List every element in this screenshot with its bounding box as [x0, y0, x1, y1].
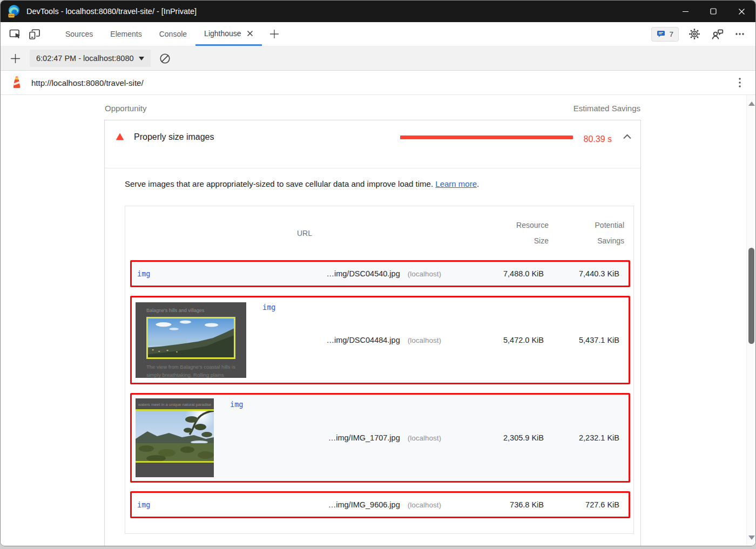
lighthouse-icon — [10, 76, 23, 89]
node-link[interactable]: img — [137, 500, 150, 509]
tab-lighthouse[interactable]: Lighthouse — [195, 22, 262, 46]
table-row: img …img/DSC04540.jpg (localhost) 7,488.… — [130, 260, 630, 287]
tab-console[interactable]: Console — [151, 22, 195, 46]
person-feedback-icon[interactable] — [710, 27, 724, 41]
edge-devtools-logo-icon — [7, 4, 21, 18]
scroll-down-arrow-icon[interactable] — [748, 536, 755, 540]
table-row: img …img/IMG_9606.jpg (localhost) 736.8 … — [130, 491, 630, 518]
close-button[interactable] — [727, 1, 755, 22]
column-header-potential-savings: Potential Savings — [580, 218, 624, 248]
resource-host: (localhost) — [408, 501, 441, 509]
tab-console-label: Console — [159, 30, 187, 38]
device-toolbar-icon[interactable] — [28, 27, 42, 41]
window-controls — [671, 1, 755, 22]
vertical-scrollbar[interactable] — [746, 95, 755, 546]
thumbnail-title: Balagne's hills and villages — [146, 308, 235, 313]
table-header-row: URL Resource Size Potential Savings — [125, 206, 633, 260]
inspect-element-icon[interactable] — [8, 27, 22, 41]
clear-reports-block-icon[interactable] — [158, 51, 172, 65]
url-cell-right: img …img/DSC04484.jpg (localhost) — [246, 297, 479, 383]
report-page-url: http://localhost:8080/travel-site/ — [31, 78, 732, 87]
column-header-url: URL — [125, 229, 484, 238]
add-panel-button[interactable] — [262, 22, 287, 46]
resource-size-value: 5,472.0 KiB — [479, 336, 544, 344]
estimated-savings-column-label: Estimated Savings — [573, 104, 640, 113]
audit-header[interactable]: Properly size images 80.39 s — [105, 120, 640, 168]
resource-url: …img/DSC04484.jpg — [327, 336, 400, 344]
tab-sources[interactable]: Sources — [57, 22, 102, 46]
resource-size-value: 7,488.0 KiB — [479, 269, 544, 278]
url-group: …img/IMG_9606.jpg (localhost) — [328, 500, 441, 509]
thumbnail-photo — [146, 317, 235, 359]
thumbnail-photo — [136, 411, 214, 461]
thumbnail-caption: The view from Balagne's coastal hills is… — [146, 363, 237, 378]
report-selector-dropdown[interactable]: 6:02:47 PM - localhost:8080 — [30, 50, 151, 67]
issues-counter[interactable]: 7 — [651, 27, 679, 42]
devtools-tool-icons — [1, 22, 47, 46]
lighthouse-toolbar: 6:02:47 PM - localhost:8080 — [1, 46, 755, 71]
tab-lighthouse-label: Lighthouse — [204, 29, 241, 38]
thumbnail-divider — [136, 461, 214, 463]
resource-url: …img/IMG_1707.jpg — [328, 433, 400, 442]
thumbnail-title: waters meet in a unique natural paradise — [136, 398, 214, 407]
lighthouse-report-area: Opportunity Estimated Savings Properly s… — [1, 95, 755, 546]
red-triangle-icon — [116, 133, 124, 140]
more-menu-icon[interactable] — [733, 27, 747, 41]
resource-url: …img/IMG_9606.jpg — [328, 500, 400, 509]
url-cell: Balagne's hills and villages — [132, 297, 479, 383]
resource-url: …img/DSC04540.jpg — [327, 269, 400, 278]
potential-savings-value: 7,440.3 KiB — [544, 269, 619, 278]
table-row: waters meet in a unique natural paradise — [130, 393, 630, 483]
url-cell-right: img …img/IMG_1707.jpg (localhost) — [214, 395, 479, 481]
audit-description: Serve images that are appropriately-size… — [125, 179, 620, 188]
learn-more-link[interactable]: Learn more — [435, 179, 477, 188]
chevron-down-icon — [139, 57, 144, 60]
resource-host: (localhost) — [408, 434, 441, 442]
potential-savings-value: 2,232.1 KiB — [544, 433, 619, 442]
audit-body: Serve images that are appropriately-size… — [105, 168, 640, 546]
url-group: …img/DSC04484.jpg (localhost) — [327, 336, 442, 344]
savings-bar — [400, 135, 573, 139]
url-cell: img …img/DSC04540.jpg (localhost) — [132, 262, 479, 286]
tab-elements-label: Elements — [110, 30, 141, 38]
devtools-tab-bar: Sources Elements Console Lighthouse 7 — [1, 22, 755, 46]
scrollbar-thumb[interactable] — [748, 248, 754, 344]
tab-sources-label: Sources — [65, 30, 93, 38]
resource-size-value: 736.8 KiB — [479, 500, 544, 509]
scroll-up-arrow-icon[interactable] — [748, 101, 755, 106]
devtools-window: DevTools - localhost:8080/travel-site/ -… — [0, 0, 756, 546]
devtools-right-controls: 7 — [651, 22, 755, 46]
chevron-up-icon[interactable] — [623, 133, 632, 140]
potential-savings-value: 5,437.1 KiB — [544, 336, 619, 344]
chat-bubble-icon — [657, 30, 665, 38]
report-selector-value: 6:02:47 PM - localhost:8080 — [36, 54, 134, 63]
opportunity-column-label: Opportunity — [105, 104, 147, 113]
column-header-resource-size: Resource Size — [504, 218, 549, 248]
report-url-row: http://localhost:8080/travel-site/ — [1, 71, 755, 95]
report-content: Opportunity Estimated Savings Properly s… — [104, 95, 641, 546]
gear-icon[interactable] — [687, 27, 701, 41]
image-thumbnail: Balagne's hills and villages — [136, 302, 246, 378]
window-title: DevTools - localhost:8080/travel-site/ -… — [26, 7, 671, 16]
node-link[interactable]: img — [262, 303, 275, 311]
audit-properly-size-images: Properly size images 80.39 s Serve image… — [104, 120, 641, 546]
maximize-button[interactable] — [699, 1, 727, 22]
opportunities-header: Opportunity Estimated Savings — [104, 104, 641, 120]
resource-host: (localhost) — [408, 336, 441, 344]
table-row: Balagne's hills and villages — [130, 296, 630, 384]
report-kebab-menu-icon[interactable] — [732, 77, 748, 88]
tab-elements[interactable]: Elements — [102, 22, 150, 46]
new-report-plus-icon[interactable] — [8, 51, 22, 65]
image-thumbnail: waters meet in a unique natural paradise — [136, 398, 214, 477]
node-link[interactable]: img — [137, 269, 150, 278]
sentence-period: . — [477, 179, 479, 188]
url-group: …img/IMG_1707.jpg (localhost) — [328, 433, 441, 442]
audit-details-table: URL Resource Size Potential Savings img … — [125, 206, 634, 534]
node-link[interactable]: img — [230, 400, 243, 409]
close-tab-icon[interactable] — [247, 30, 253, 37]
minimize-button[interactable] — [671, 1, 699, 22]
resource-size-value: 2,305.9 KiB — [479, 433, 544, 442]
title-bar: DevTools - localhost:8080/travel-site/ -… — [1, 1, 755, 22]
audit-description-text: Serve images that are appropriately-size… — [125, 179, 433, 188]
url-group: …img/DSC04540.jpg (localhost) — [327, 269, 442, 278]
